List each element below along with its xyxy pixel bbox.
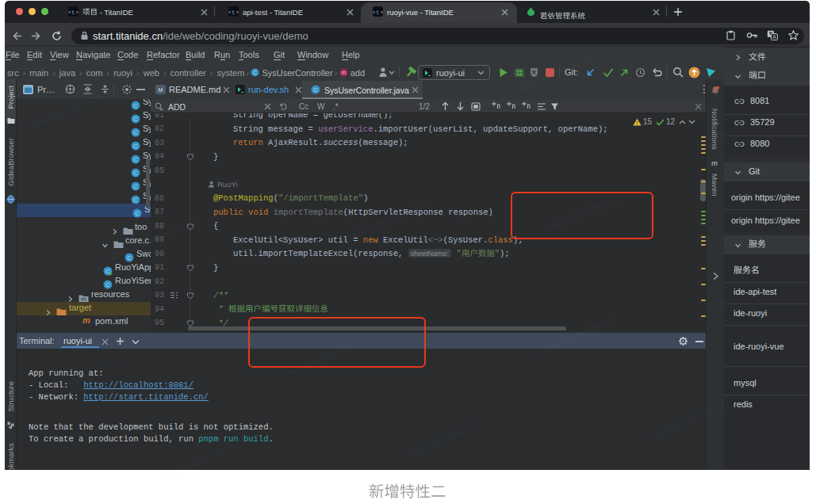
- svg-text:C: C: [133, 115, 138, 122]
- svg-text:‹t›: ‹t›: [373, 9, 383, 16]
- svg-text:C: C: [133, 142, 138, 149]
- svg-text:M: M: [159, 87, 163, 93]
- svg-text:C: C: [133, 128, 138, 136]
- svg-text:C: C: [105, 281, 110, 288]
- svg-text:C: C: [135, 209, 140, 216]
- svg-text:‹t›: ‹t›: [228, 9, 239, 16]
- svg-text:C: C: [253, 70, 257, 75]
- svg-text:C: C: [133, 196, 138, 203]
- svg-text:A: A: [772, 34, 776, 40]
- svg-text:!: !: [637, 120, 638, 126]
- svg-text:C: C: [133, 155, 138, 162]
- svg-text:C: C: [133, 182, 138, 189]
- svg-text:C: C: [133, 169, 138, 176]
- svg-text:C: C: [133, 101, 138, 109]
- svg-text:‹t›: ‹t›: [68, 9, 79, 16]
